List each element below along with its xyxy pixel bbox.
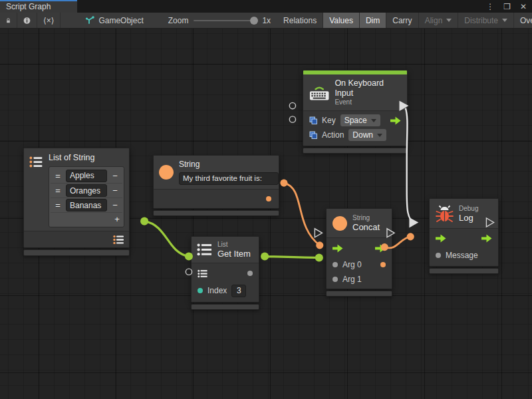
node-category: String (352, 214, 380, 222)
wire-endpoint[interactable] (315, 253, 323, 261)
align-label: Align (425, 16, 443, 25)
node-title: On Keyboard Input (334, 78, 401, 98)
list-item-input[interactable] (66, 199, 107, 211)
bug-icon (436, 204, 454, 223)
graph-reference-icon (85, 16, 94, 25)
chevron-down-icon (502, 19, 507, 22)
chevron-down-icon (371, 119, 376, 122)
node-footer (23, 249, 130, 256)
unconnected-port-circle[interactable] (289, 102, 295, 108)
list-editor: = − = − = (49, 166, 124, 227)
enum-icon (309, 131, 317, 139)
relations-toggle[interactable]: Relations (277, 13, 323, 28)
list-input-port[interactable] (198, 269, 207, 278)
drag-handle[interactable]: = (53, 200, 63, 210)
message-input-port[interactable] (436, 253, 441, 258)
unconnected-port-circle[interactable] (289, 116, 295, 122)
flow-output-port[interactable] (390, 116, 401, 125)
flow-wire-arrowhead[interactable] (409, 217, 418, 227)
node-string-literal[interactable]: String (153, 155, 279, 216)
wire-endpoint[interactable] (407, 233, 414, 240)
remove-item-button[interactable]: − (110, 186, 120, 196)
drag-handle[interactable]: = (53, 186, 63, 196)
node-footer (153, 210, 279, 216)
info-button[interactable] (17, 13, 37, 28)
wire-flow-keyboard-to-log[interactable] (406, 108, 414, 222)
close-icon[interactable]: ✕ (520, 2, 527, 11)
list-output-port[interactable] (113, 235, 124, 245)
node-title: Concat (352, 222, 380, 232)
node-category: Event (334, 98, 401, 106)
maximize-icon[interactable]: ❒ (503, 2, 511, 11)
distribute-label: Distribute (464, 16, 498, 25)
index-value-input[interactable] (231, 285, 246, 297)
wire-endpoint[interactable] (140, 217, 148, 225)
info-icon (23, 16, 31, 25)
node-get-item[interactable]: List Get Item (191, 236, 259, 310)
index-label: Index (207, 286, 227, 295)
toolbar-gap (61, 13, 79, 28)
unconnected-flow-triangle[interactable] (315, 229, 322, 237)
list-item-input[interactable] (66, 184, 107, 197)
gameobject-reference[interactable]: GameObject (79, 13, 149, 28)
wire-getitem-to-concat[interactable] (265, 257, 319, 258)
align-menu[interactable]: Align (419, 13, 459, 28)
values-toggle[interactable]: Values (323, 13, 360, 28)
list-item-row: = − (51, 198, 122, 212)
list-item-row: = − (51, 183, 122, 198)
wire-list-to-getitem[interactable] (144, 221, 189, 257)
overview-button[interactable]: Overview (514, 13, 532, 28)
flow-input-port[interactable] (332, 244, 343, 253)
arg1-label: Arg 1 (342, 275, 362, 284)
node-title: Get Item (217, 249, 251, 259)
index-input-port[interactable] (198, 288, 203, 293)
key-dropdown[interactable]: Space (340, 114, 380, 126)
node-footer (303, 148, 408, 154)
chevron-down-icon (377, 134, 382, 137)
wire-endpoint[interactable] (381, 243, 388, 251)
arg1-input-port[interactable] (332, 277, 338, 282)
tab-script-graph[interactable]: Script Graph (0, 0, 77, 13)
flow-input-port[interactable] (436, 234, 446, 243)
distribute-menu[interactable]: Distribute (458, 13, 514, 28)
string-output-port[interactable] (266, 196, 271, 201)
lock-button[interactable] (0, 13, 17, 28)
string-value-input[interactable] (179, 172, 279, 185)
action-dropdown[interactable]: Down (348, 129, 386, 141)
graph-canvas[interactable]: On Keyboard Input Event Key Space (0, 29, 532, 399)
node-concat[interactable]: String Concat (326, 208, 392, 297)
window-controls: ⋮ ❒ ✕ (486, 0, 527, 13)
zoom-slider-handle[interactable] (250, 17, 258, 25)
wire-endpoint[interactable] (261, 253, 269, 261)
wire-endpoint[interactable] (185, 253, 193, 261)
flow-output-port[interactable] (481, 234, 492, 243)
node-on-keyboard-input[interactable]: On Keyboard Input Event Key Space (303, 70, 408, 154)
add-item-button[interactable]: + (112, 214, 122, 224)
key-dropdown-value: Space (344, 116, 367, 125)
zoom-label: Zoom (168, 16, 189, 25)
dim-toggle[interactable]: Dim (360, 13, 386, 28)
enum-icon (309, 116, 317, 124)
remove-item-button[interactable]: − (110, 200, 120, 210)
node-title: Log (459, 213, 478, 223)
node-list-of-string[interactable]: List of String = − = − (23, 148, 130, 256)
node-footer (326, 291, 392, 297)
code-view-button[interactable]: ⟨×⟩ (37, 13, 61, 28)
drag-handle[interactable]: = (53, 171, 63, 181)
list-item-input[interactable] (66, 170, 107, 182)
remove-item-button[interactable]: − (110, 171, 120, 181)
chevron-down-icon (446, 19, 452, 22)
carry-toggle[interactable]: Carry (386, 13, 418, 28)
zoom-slider[interactable] (194, 20, 257, 21)
gameobject-label: GameObject (98, 16, 143, 25)
wire-endpoint[interactable] (280, 180, 287, 187)
item-output-port[interactable] (247, 271, 253, 276)
arg0-input-port[interactable] (332, 262, 338, 267)
kebab-menu-icon[interactable]: ⋮ (486, 2, 494, 11)
result-output-port[interactable] (380, 262, 386, 267)
arg0-label: Arg 0 (342, 260, 362, 269)
wire-endpoint[interactable] (316, 241, 323, 249)
list-icon (29, 154, 43, 170)
node-title: String (179, 160, 279, 170)
node-debug-log[interactable]: Debug Log (429, 198, 499, 274)
